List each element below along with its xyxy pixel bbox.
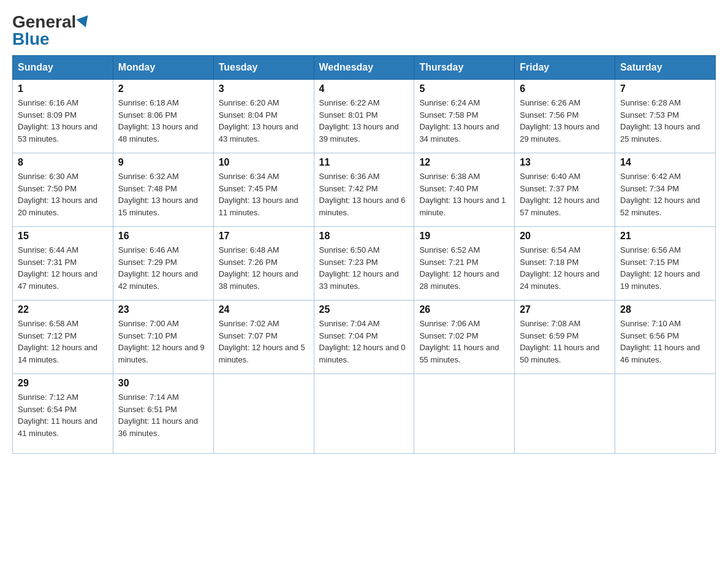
- calendar-cell: 4Sunrise: 6:22 AMSunset: 8:01 PMDaylight…: [314, 80, 414, 153]
- day-number: 24: [219, 304, 309, 315]
- calendar-cell: [414, 374, 515, 454]
- calendar-cell: 13Sunrise: 6:40 AMSunset: 7:37 PMDayligh…: [515, 153, 615, 227]
- day-number: 5: [419, 83, 509, 94]
- day-info: Sunrise: 6:24 AMSunset: 7:58 PMDaylight:…: [419, 97, 509, 145]
- day-info: Sunrise: 7:00 AMSunset: 7:10 PMDaylight:…: [118, 318, 208, 366]
- calendar-table: SundayMondayTuesdayWednesdayThursdayFrid…: [12, 55, 716, 454]
- calendar-cell: 19Sunrise: 6:52 AMSunset: 7:21 PMDayligh…: [414, 227, 515, 301]
- day-number: 11: [319, 157, 409, 168]
- calendar-cell: [515, 374, 615, 454]
- day-number: 1: [18, 83, 108, 94]
- day-number: 22: [18, 304, 108, 315]
- calendar-cell: 25Sunrise: 7:04 AMSunset: 7:04 PMDayligh…: [314, 301, 414, 374]
- day-info: Sunrise: 6:40 AMSunset: 7:37 PMDaylight:…: [520, 170, 610, 218]
- calendar-cell: 26Sunrise: 7:06 AMSunset: 7:02 PMDayligh…: [414, 301, 515, 374]
- logo: General Blue: [12, 12, 92, 49]
- weekday-header-tuesday: Tuesday: [213, 56, 314, 80]
- weekday-header-thursday: Thursday: [414, 56, 515, 80]
- calendar-cell: 2Sunrise: 6:18 AMSunset: 8:06 PMDaylight…: [113, 80, 213, 153]
- day-number: 15: [18, 231, 108, 242]
- calendar-cell: 24Sunrise: 7:02 AMSunset: 7:07 PMDayligh…: [213, 301, 314, 374]
- day-number: 28: [620, 304, 710, 315]
- day-info: Sunrise: 6:46 AMSunset: 7:29 PMDaylight:…: [118, 244, 208, 292]
- calendar-cell: 14Sunrise: 6:42 AMSunset: 7:34 PMDayligh…: [615, 153, 716, 227]
- day-number: 8: [18, 157, 108, 168]
- day-number: 21: [620, 231, 710, 242]
- day-info: Sunrise: 6:48 AMSunset: 7:26 PMDaylight:…: [219, 244, 309, 292]
- day-number: 12: [419, 157, 509, 168]
- weekday-header-friday: Friday: [515, 56, 615, 80]
- day-number: 17: [219, 231, 309, 242]
- day-info: Sunrise: 6:16 AMSunset: 8:09 PMDaylight:…: [18, 97, 108, 145]
- day-number: 10: [219, 157, 309, 168]
- calendar-cell: 3Sunrise: 6:20 AMSunset: 8:04 PMDaylight…: [213, 80, 314, 153]
- day-info: Sunrise: 6:36 AMSunset: 7:42 PMDaylight:…: [319, 170, 409, 218]
- day-number: 26: [419, 304, 509, 315]
- day-info: Sunrise: 6:26 AMSunset: 7:56 PMDaylight:…: [520, 97, 610, 145]
- calendar-cell: 9Sunrise: 6:32 AMSunset: 7:48 PMDaylight…: [113, 153, 213, 227]
- day-info: Sunrise: 6:52 AMSunset: 7:21 PMDaylight:…: [419, 244, 509, 292]
- calendar-cell: 15Sunrise: 6:44 AMSunset: 7:31 PMDayligh…: [13, 227, 113, 301]
- calendar-cell: 22Sunrise: 6:58 AMSunset: 7:12 PMDayligh…: [13, 301, 113, 374]
- day-number: 9: [118, 157, 208, 168]
- day-info: Sunrise: 7:02 AMSunset: 7:07 PMDaylight:…: [219, 318, 309, 366]
- day-info: Sunrise: 6:56 AMSunset: 7:15 PMDaylight:…: [620, 244, 710, 292]
- calendar-cell: 8Sunrise: 6:30 AMSunset: 7:50 PMDaylight…: [13, 153, 113, 227]
- day-number: 3: [219, 83, 309, 94]
- day-info: Sunrise: 6:38 AMSunset: 7:40 PMDaylight:…: [419, 170, 509, 218]
- calendar-cell: 18Sunrise: 6:50 AMSunset: 7:23 PMDayligh…: [314, 227, 414, 301]
- day-number: 25: [319, 304, 409, 315]
- week-row-3: 15Sunrise: 6:44 AMSunset: 7:31 PMDayligh…: [13, 227, 716, 301]
- week-row-1: 1Sunrise: 6:16 AMSunset: 8:09 PMDaylight…: [13, 80, 716, 153]
- day-info: Sunrise: 6:34 AMSunset: 7:45 PMDaylight:…: [219, 170, 309, 218]
- day-info: Sunrise: 7:12 AMSunset: 6:54 PMDaylight:…: [18, 391, 108, 439]
- calendar-cell: 23Sunrise: 7:00 AMSunset: 7:10 PMDayligh…: [113, 301, 213, 374]
- calendar-cell: 10Sunrise: 6:34 AMSunset: 7:45 PMDayligh…: [213, 153, 314, 227]
- calendar-cell: 17Sunrise: 6:48 AMSunset: 7:26 PMDayligh…: [213, 227, 314, 301]
- calendar-cell: 29Sunrise: 7:12 AMSunset: 6:54 PMDayligh…: [13, 374, 113, 454]
- week-row-2: 8Sunrise: 6:30 AMSunset: 7:50 PMDaylight…: [13, 153, 716, 227]
- weekday-header-sunday: Sunday: [13, 56, 113, 80]
- day-info: Sunrise: 6:20 AMSunset: 8:04 PMDaylight:…: [219, 97, 309, 145]
- day-info: Sunrise: 7:06 AMSunset: 7:02 PMDaylight:…: [419, 318, 509, 366]
- day-number: 2: [118, 83, 208, 94]
- weekday-header-monday: Monday: [113, 56, 213, 80]
- calendar-cell: 12Sunrise: 6:38 AMSunset: 7:40 PMDayligh…: [414, 153, 515, 227]
- calendar-cell: 27Sunrise: 7:08 AMSunset: 6:59 PMDayligh…: [515, 301, 615, 374]
- day-number: 13: [520, 157, 610, 168]
- day-number: 19: [419, 231, 509, 242]
- calendar-cell: [314, 374, 414, 454]
- day-info: Sunrise: 6:32 AMSunset: 7:48 PMDaylight:…: [118, 170, 208, 218]
- day-info: Sunrise: 6:44 AMSunset: 7:31 PMDaylight:…: [18, 244, 108, 292]
- day-number: 29: [18, 378, 108, 389]
- weekday-header-saturday: Saturday: [615, 56, 716, 80]
- calendar-cell: 7Sunrise: 6:28 AMSunset: 7:53 PMDaylight…: [615, 80, 716, 153]
- calendar-cell: 28Sunrise: 7:10 AMSunset: 6:56 PMDayligh…: [615, 301, 716, 374]
- day-number: 14: [620, 157, 710, 168]
- day-info: Sunrise: 6:58 AMSunset: 7:12 PMDaylight:…: [18, 318, 108, 366]
- day-info: Sunrise: 7:08 AMSunset: 6:59 PMDaylight:…: [520, 318, 610, 366]
- day-info: Sunrise: 7:04 AMSunset: 7:04 PMDaylight:…: [319, 318, 409, 366]
- calendar-cell: 16Sunrise: 6:46 AMSunset: 7:29 PMDayligh…: [113, 227, 213, 301]
- day-number: 6: [520, 83, 610, 94]
- week-row-5: 29Sunrise: 7:12 AMSunset: 6:54 PMDayligh…: [13, 374, 716, 454]
- calendar-cell: 30Sunrise: 7:14 AMSunset: 6:51 PMDayligh…: [113, 374, 213, 454]
- calendar-cell: [615, 374, 716, 454]
- logo-blue-text: Blue: [12, 29, 50, 49]
- day-number: 30: [118, 378, 208, 389]
- logo-arrow-icon: [77, 15, 92, 29]
- day-info: Sunrise: 6:42 AMSunset: 7:34 PMDaylight:…: [620, 170, 710, 218]
- day-number: 4: [319, 83, 409, 94]
- calendar-cell: 21Sunrise: 6:56 AMSunset: 7:15 PMDayligh…: [615, 227, 716, 301]
- calendar-cell: 1Sunrise: 6:16 AMSunset: 8:09 PMDaylight…: [13, 80, 113, 153]
- page-header: General Blue: [12, 12, 716, 49]
- weekday-header-wednesday: Wednesday: [314, 56, 414, 80]
- day-info: Sunrise: 7:10 AMSunset: 6:56 PMDaylight:…: [620, 318, 710, 366]
- calendar-cell: 5Sunrise: 6:24 AMSunset: 7:58 PMDaylight…: [414, 80, 515, 153]
- calendar-cell: 6Sunrise: 6:26 AMSunset: 7:56 PMDaylight…: [515, 80, 615, 153]
- day-info: Sunrise: 6:30 AMSunset: 7:50 PMDaylight:…: [18, 170, 108, 218]
- week-row-4: 22Sunrise: 6:58 AMSunset: 7:12 PMDayligh…: [13, 301, 716, 374]
- day-number: 7: [620, 83, 710, 94]
- day-info: Sunrise: 6:18 AMSunset: 8:06 PMDaylight:…: [118, 97, 208, 145]
- day-number: 20: [520, 231, 610, 242]
